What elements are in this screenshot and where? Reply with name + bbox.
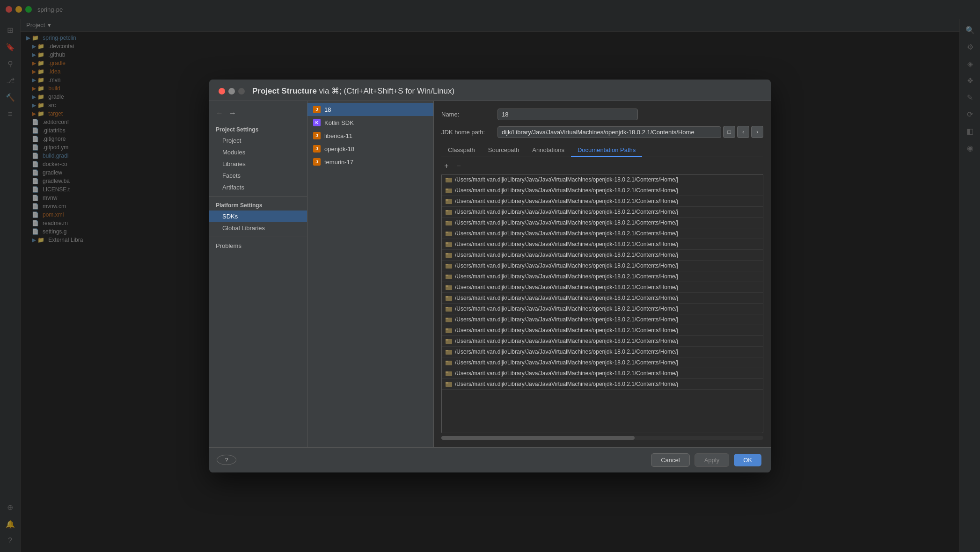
- apply-button[interactable]: Apply: [695, 453, 730, 467]
- tab-annotations[interactable]: Annotations: [526, 144, 571, 157]
- path-folder-icon: [446, 176, 452, 183]
- path-text: /Users/marit.van.dijk/Library/Java/JavaV…: [455, 284, 759, 291]
- name-input[interactable]: [497, 109, 638, 120]
- path-text: /Users/marit.van.dijk/Library/Java/JavaV…: [455, 187, 759, 194]
- svg-rect-15: [446, 253, 448, 254]
- path-list-item[interactable]: /Users/marit.van.dijk/Library/Java/JavaV…: [442, 271, 763, 282]
- add-path-button[interactable]: +: [441, 161, 452, 171]
- path-folder-icon: [446, 219, 452, 226]
- sdk-icon-jdk: J: [313, 132, 321, 139]
- path-folder-icon: [446, 198, 452, 204]
- path-folder-icon: [446, 305, 452, 312]
- path-list-item[interactable]: /Users/marit.van.dijk/Library/Java/JavaV…: [442, 368, 763, 379]
- name-label: Name:: [441, 111, 493, 118]
- dialog-footer: ? Cancel Apply OK: [209, 447, 771, 472]
- path-text: /Users/marit.van.dijk/Library/Java/JavaV…: [455, 241, 759, 247]
- platform-settings-section: Platform Settings: [209, 199, 307, 211]
- sidebar-item-sdks[interactable]: SDKs: [209, 211, 307, 222]
- path-list-item[interactable]: /Users/marit.van.dijk/Library/Java/JavaV…: [442, 325, 763, 336]
- sdk-item-temurin-17[interactable]: Jtemurin-17: [307, 155, 433, 168]
- svg-rect-25: [446, 307, 448, 308]
- svg-rect-39: [446, 382, 448, 384]
- path-list-item[interactable]: /Users/marit.van.dijk/Library/Java/JavaV…: [442, 282, 763, 293]
- path-list-item[interactable]: /Users/marit.van.dijk/Library/Java/JavaV…: [442, 239, 763, 250]
- ok-button[interactable]: OK: [734, 454, 761, 466]
- tab-documentation-paths[interactable]: Documentation Paths: [571, 144, 642, 157]
- tab-sourcepath[interactable]: Sourcepath: [482, 144, 526, 157]
- path-list-item[interactable]: /Users/marit.van.dijk/Library/Java/JavaV…: [442, 293, 763, 304]
- help-button[interactable]: ?: [217, 455, 236, 465]
- tab-classpath[interactable]: Classpath: [441, 144, 482, 157]
- sidebar-item-facets[interactable]: Facets: [209, 170, 307, 182]
- path-list-item[interactable]: /Users/marit.van.dijk/Library/Java/JavaV…: [442, 218, 763, 228]
- path-text: /Users/marit.van.dijk/Library/Java/JavaV…: [455, 327, 759, 334]
- jdk-home-path-input[interactable]: [497, 126, 721, 138]
- svg-rect-31: [446, 339, 448, 341]
- path-list-item[interactable]: /Users/marit.van.dijk/Library/Java/JavaV…: [442, 304, 763, 314]
- path-text: /Users/marit.van.dijk/Library/Java/JavaV…: [455, 230, 759, 237]
- path-list-item[interactable]: /Users/marit.van.dijk/Library/Java/JavaV…: [442, 347, 763, 357]
- sidebar-item-problems[interactable]: Problems: [209, 240, 307, 252]
- sdk-list: J18KKotlin SDKJliberica-11Jopenjdk-18Jte…: [307, 101, 433, 447]
- path-list-item[interactable]: /Users/marit.van.dijk/Library/Java/JavaV…: [442, 196, 763, 207]
- sdk-item-kotlin-sdk[interactable]: KKotlin SDK: [307, 116, 433, 129]
- dialog-close-button[interactable]: [219, 88, 225, 94]
- path-list-item[interactable]: /Users/marit.van.dijk/Library/Java/JavaV…: [442, 174, 763, 185]
- path-folder-icon: [446, 187, 452, 194]
- jdk-home-browse-button[interactable]: □: [723, 126, 735, 138]
- sidebar-item-artifacts[interactable]: Artifacts: [209, 182, 307, 193]
- sidebar-item-libraries[interactable]: Libraries: [209, 158, 307, 170]
- path-text: /Users/marit.van.dijk/Library/Java/JavaV…: [455, 338, 759, 344]
- svg-rect-35: [446, 361, 448, 362]
- sidebar-item-global-libraries[interactable]: Global Libraries: [209, 222, 307, 234]
- path-toolbar: + −: [441, 161, 763, 171]
- back-button[interactable]: ←: [214, 108, 225, 119]
- svg-rect-23: [446, 296, 448, 298]
- path-list-item[interactable]: /Users/marit.van.dijk/Library/Java/JavaV…: [442, 379, 763, 390]
- path-text: /Users/marit.van.dijk/Library/Java/JavaV…: [455, 176, 759, 183]
- cancel-button[interactable]: Cancel: [651, 453, 689, 467]
- dialog-traffic-lights: [219, 88, 245, 94]
- name-row: Name:: [441, 109, 763, 120]
- forward-button[interactable]: →: [227, 108, 238, 119]
- path-text: /Users/marit.van.dijk/Library/Java/JavaV…: [455, 273, 759, 280]
- sidebar-item-modules[interactable]: Modules: [209, 146, 307, 158]
- sidebar-item-project[interactable]: Project: [209, 135, 307, 146]
- path-folder-icon: [446, 241, 452, 247]
- path-list-item[interactable]: /Users/marit.van.dijk/Library/Java/JavaV…: [442, 261, 763, 271]
- sdk-item-label: temurin-17: [324, 159, 353, 166]
- sdk-list-panel: J18KKotlin SDKJliberica-11Jopenjdk-18Jte…: [307, 101, 434, 447]
- path-text: /Users/marit.van.dijk/Library/Java/JavaV…: [455, 349, 759, 355]
- svg-rect-7: [446, 210, 448, 211]
- sdk-icon-jdk: J: [313, 145, 321, 153]
- path-list-item[interactable]: /Users/marit.van.dijk/Library/Java/JavaV…: [442, 228, 763, 239]
- sdk-item-liberica-11[interactable]: Jliberica-11: [307, 129, 433, 142]
- jdk-home-row: JDK home path: □ ‹ ›: [441, 126, 763, 138]
- sdk-item-openjdk-18[interactable]: Jopenjdk-18: [307, 142, 433, 155]
- path-list-item[interactable]: /Users/marit.van.dijk/Library/Java/JavaV…: [442, 336, 763, 347]
- path-hscrollbar[interactable]: [441, 436, 763, 440]
- sdk-icon-jdk: J: [313, 106, 321, 113]
- path-list-item[interactable]: /Users/marit.van.dijk/Library/Java/JavaV…: [442, 207, 763, 218]
- jdk-home-label: JDK home path:: [441, 129, 493, 136]
- jdk-icon: J: [313, 132, 321, 139]
- jdk-home-nav-next[interactable]: ›: [751, 126, 763, 138]
- path-list-item[interactable]: /Users/marit.van.dijk/Library/Java/JavaV…: [442, 185, 763, 196]
- sdk-item-label: 18: [324, 106, 331, 113]
- sdk-icon-jdk: J: [313, 158, 321, 166]
- remove-path-button[interactable]: −: [453, 161, 464, 171]
- jdk-icon: J: [313, 145, 321, 153]
- path-list-item[interactable]: /Users/marit.van.dijk/Library/Java/JavaV…: [442, 357, 763, 368]
- path-list-item[interactable]: /Users/marit.van.dijk/Library/Java/JavaV…: [442, 314, 763, 325]
- path-list-item[interactable]: /Users/marit.van.dijk/Library/Java/JavaV…: [442, 250, 763, 261]
- project-structure-dialog: Project Structure via ⌘; (Ctrl+Alt+Shift…: [209, 80, 771, 472]
- jdk-icon: J: [313, 106, 321, 113]
- svg-rect-11: [446, 232, 448, 233]
- path-text: /Users/marit.van.dijk/Library/Java/JavaV…: [455, 209, 759, 215]
- jdk-home-nav-prev[interactable]: ‹: [737, 126, 749, 138]
- path-folder-icon: [446, 252, 452, 258]
- path-text: /Users/marit.van.dijk/Library/Java/JavaV…: [455, 305, 759, 312]
- path-folder-icon: [446, 295, 452, 301]
- dialog-body: ← → Project Settings Project Modules Lib…: [209, 101, 771, 447]
- sdk-item-18[interactable]: J18: [307, 103, 433, 116]
